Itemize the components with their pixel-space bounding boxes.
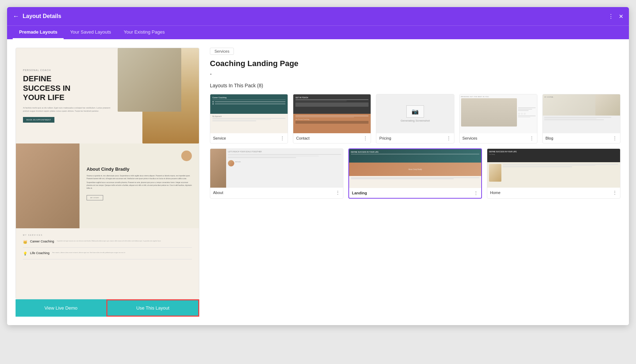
thumb-home-footer: Home ⋮ [487,188,620,198]
service-name-0: Career Coaching [30,240,54,243]
thumb-home[interactable]: DEFINE SUCCESS IN YOUR LIFE I'm Cindy [487,148,620,199]
about-image [16,143,80,228]
service-icon-1: 💡 [23,252,27,256]
hero-image-grass [118,48,181,112]
thumb-blog-footer: Blog ⋮ [543,133,620,143]
about-thumb-content: LET'S REACH YOUR GOALS TOGETHER instruct… [226,149,343,188]
thumb-about-footer: About ⋮ [210,188,343,198]
main-content: PERSONAL COACH DEFINESUCCESS INYOUR LIFE… [7,39,629,325]
about-text1: Vivamus ut gravida mi, nec ullamcorper p… [87,175,192,180]
about-text2: Suspendisse sagittis lacus a accumsan co… [87,181,192,189]
thumb-landing-menu[interactable]: ⋮ [473,190,478,196]
thumb-service[interactable]: Career Coaching M [210,94,288,143]
thumb-service-menu[interactable]: ⋮ [280,135,285,141]
service-item-0: 👑 Career Coaching Imperdiet nisl eget ma… [23,240,192,248]
thumb-service-img: Career Coaching M [210,94,288,133]
preview-about: About Cindy Bradly Vivamus ut gravida mi… [16,143,199,228]
gen-img: 📷 [406,105,424,118]
window-title: Layout Details [23,13,61,19]
blog-thumb-hero: MY JOURNAL [543,94,620,116]
thumb-pricing-label: Pricing [379,136,391,140]
thumb-contact-img: GET IN TOUCH Jim Penson Coaching [293,94,371,133]
tabbar: Premade Layouts Your Saved Layouts Your … [7,25,629,39]
thumb-about-label: About [213,190,223,195]
thumb-blog-label: Blog [546,136,553,140]
layout-dot: · [210,70,620,78]
thumb-contact-footer: Contact ⋮ [293,133,371,143]
layout-tag: Services [210,48,234,55]
thumb-blog-menu[interactable]: ⋮ [612,135,617,141]
thumbnail-grid-row2: LET'S REACH YOUR GOALS TOGETHER instruct… [210,148,620,199]
left-preview: PERSONAL COACH DEFINESUCCESS INYOUR LIFE… [16,48,199,317]
preview-services: MY SERVICES 👑 Career Coaching Imperdiet … [16,228,199,299]
thumb-contact[interactable]: GET IN TOUCH Jim Penson Coaching [293,94,371,143]
image-placeholder-icon: 📷 [412,108,419,115]
thumb-home-menu[interactable]: ⋮ [612,190,617,195]
hero-btn: BOOK AN APPOINTMENT [23,117,54,123]
service-desc-0: Imperdiet nisl eget mauris nec non dictu… [57,240,192,242]
thumb-service-footer: Service ⋮ [210,133,288,143]
preview-actions: View Live Demo Use This Layout [16,299,199,317]
service-name-1: Life Coaching [30,251,49,255]
thumb-landing-label: Landing [352,191,367,195]
thumb-contact-menu[interactable]: ⋮ [363,135,368,141]
tab-saved-layouts[interactable]: Your Saved Layouts [64,26,117,39]
thumb-services2[interactable]: BRINGING OUT THE BEST IN YOU. [459,94,537,143]
service-desc-1: Non mauris, ultrices vitae ornare sit am… [52,251,192,254]
hero-title: DEFINESUCCESS INYOUR LIFE [23,74,111,102]
settings-icon[interactable]: ⋮ [608,13,614,20]
thumb-services2-menu[interactable]: ⋮ [529,135,534,141]
hero-tag: PERSONAL COACH [23,69,111,71]
thumb-blog[interactable]: MY JOURNAL Blog ⋮ [542,94,620,143]
preview-container: PERSONAL COACH DEFINESUCCESS INYOUR LIFE… [16,48,199,299]
tab-premade-layouts[interactable]: Premade Layouts [13,26,64,39]
thumb-home-label: Home [490,190,500,195]
view-demo-button[interactable]: View Live Demo [16,299,106,317]
service-icon-0: 👑 [23,240,27,244]
thumb-about[interactable]: LET'S REACH YOUR GOALS TOGETHER instruct… [210,148,343,199]
thumb-home-img: DEFINE SUCCESS IN YOUR LIFE I'm Cindy [487,149,620,188]
thumb-service-label: Service [213,136,226,140]
thumb-services2-footer: Services ⋮ [460,133,537,143]
thumb-services2-img: BRINGING OUT THE BEST IN YOU. [460,94,537,133]
about-btn: MY STORY [87,195,103,200]
service-item-1: 💡 Life Coaching Non mauris, ultrices vit… [23,251,192,259]
layout-title: Coaching Landing Page [210,59,620,68]
back-button[interactable]: ← [13,13,19,20]
about-title: About Cindy Bradly [87,166,192,172]
layouts-pack-title: Layouts In This Pack (8) [210,83,620,88]
thumb-services2-label: Services [463,136,477,140]
thumb-pricing[interactable]: 📷 Generating Screenshot Pricing ⋮ [376,94,454,143]
thumb-about-menu[interactable]: ⋮ [335,190,340,195]
preview-hero: PERSONAL COACH DEFINESUCCESS INYOUR LIFE… [16,48,199,143]
gen-text: Generating Screenshot [401,119,430,122]
thumb-landing-img: DEFINE SUCCESS IN YOUR LIFE About Cindy … [349,149,481,188]
thumb-contact-label: Contact [296,136,310,140]
thumb-pricing-img: 📷 Generating Screenshot [376,94,454,133]
thumb-pricing-menu[interactable]: ⋮ [446,135,451,141]
use-layout-button[interactable]: Use This Layout [106,299,199,317]
about-avatar [181,151,192,161]
hero-text: At facilisis morbi quis ac dis nullam. E… [23,106,111,113]
thumb-landing-footer: Landing ⋮ [349,188,481,198]
tab-existing-pages[interactable]: Your Existing Pages [117,26,171,39]
close-icon[interactable]: ✕ [619,13,623,20]
thumb-blog-img: MY JOURNAL [543,94,620,133]
titlebar: ← Layout Details ⋮ ✕ [7,7,629,25]
about-thumb-photo [210,149,226,188]
thumb-pricing-footer: Pricing ⋮ [376,133,454,143]
thumb-landing[interactable]: DEFINE SUCCESS IN YOUR LIFE About Cindy … [348,148,482,199]
thumbnail-grid-row1: Career Coaching M [210,94,620,143]
blog-thumb-content [543,116,620,133]
services-tag: MY SERVICES [23,234,192,236]
right-panel: Services Coaching Landing Page · Layouts… [210,48,620,317]
thumb-about-img: LET'S REACH YOUR GOALS TOGETHER instruct… [210,149,343,188]
